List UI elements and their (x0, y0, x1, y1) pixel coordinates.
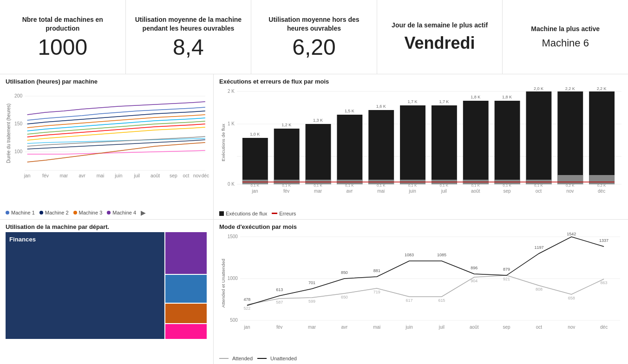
svg-text:mai: mai (377, 188, 385, 194)
treemap-dept2 (165, 232, 207, 274)
svg-text:1197: 1197 (534, 245, 543, 249)
svg-text:150: 150 (14, 121, 23, 126)
svg-text:sep: sep (170, 173, 177, 178)
svg-text:0,1 K: 0,1 K (534, 183, 543, 188)
kpi-active-machine-value: Machine 6 (542, 37, 589, 49)
bar-sep-exec (495, 101, 520, 184)
svg-text:jan: jan (243, 324, 250, 329)
kpi-active-machine-label: Machine la plus active (531, 25, 600, 33)
charts-row: Utilisation (heures) par machine 200 150… (0, 74, 628, 364)
svg-text:jan: jan (251, 188, 258, 194)
svg-text:Attended et Unattended: Attended et Unattended (221, 259, 226, 307)
kpi-avg-nonwork: Utilisation moyenne hors des heures ouvr… (251, 0, 377, 74)
treemap-dept3 (165, 275, 207, 303)
bar-mai-exec (368, 110, 394, 184)
executions-title: Exécutions et erreurs de flux par mois (219, 78, 622, 85)
treemap: Finances (6, 232, 208, 363)
svg-text:0,1 K: 0,1 K (282, 183, 291, 188)
executions-panel: Exécutions et erreurs de flux par mois 2… (214, 74, 628, 220)
kpi-row: Nbre total de machines en production 100… (0, 0, 628, 74)
legend-machine4-label: Machine 4 (112, 210, 136, 215)
svg-text:mai: mai (97, 173, 105, 178)
kpi-total-machines: Nbre total de machines en production 100… (0, 0, 126, 74)
svg-text:701: 701 (308, 280, 315, 285)
svg-text:615: 615 (438, 298, 445, 302)
kpi-active-machine: Machine la plus active Machine 6 (503, 0, 628, 74)
usage-machine-legend: Machine 1 Machine 2 Machine 3 Machine 4 (6, 207, 208, 217)
svg-text:719: 719 (373, 289, 380, 294)
usage-by-machine-chart: 200 150 100 Durée du traitement (heures) (6, 87, 208, 207)
legend-unattended-label: Unattended (270, 356, 297, 361)
svg-text:Exécutions de flux: Exécutions de flux (221, 124, 226, 161)
svg-text:déc: déc (600, 324, 608, 329)
svg-text:oct: oct (183, 173, 189, 178)
svg-text:Durée du traitement (heures): Durée du traitement (heures) (6, 104, 11, 163)
svg-text:1,5 K: 1,5 K (345, 109, 354, 113)
kpi-avg-work-value: 8,4 (173, 36, 204, 58)
svg-text:0,1 K: 0,1 K (503, 183, 511, 188)
svg-text:mai: mai (373, 324, 380, 329)
legend-next-arrow[interactable]: ▶ (141, 209, 146, 216)
legend-machine1: Machine 1 (6, 210, 35, 215)
svg-text:fév: fév (42, 173, 49, 178)
svg-text:avr: avr (346, 188, 353, 194)
bar-nov-exec (557, 91, 583, 184)
treemap-dept5 (165, 324, 207, 339)
legend-machine1-dot (6, 211, 9, 214)
svg-text:juil: juil (438, 324, 445, 329)
legend-unattended: Unattended (257, 356, 297, 361)
right-column: Exécutions et erreurs de flux par mois 2… (214, 74, 628, 364)
execution-mode-legend: Attended Unattended (219, 354, 622, 362)
kpi-avg-nonwork-label: Utilisation moyenne hors des heures ouvr… (258, 15, 370, 32)
legend-machine3: Machine 3 (73, 210, 103, 215)
svg-text:617: 617 (406, 298, 413, 302)
svg-text:896: 896 (471, 265, 478, 270)
svg-text:nov: nov (193, 173, 202, 178)
legend-exec-label: Exécutions de flux (226, 211, 267, 216)
execution-mode-panel: Mode d'exécution par mois 1500 1000 500 (214, 220, 628, 364)
bar-dec-exec (589, 91, 615, 184)
svg-text:2,2 K: 2,2 K (597, 86, 607, 91)
svg-text:522: 522 (243, 306, 250, 310)
svg-text:mar: mar (308, 324, 316, 329)
svg-text:jan: jan (24, 173, 31, 178)
svg-text:921: 921 (503, 276, 510, 281)
svg-text:1,0 K: 1,0 K (250, 132, 260, 136)
legend-machine3-label: Machine 3 (79, 210, 103, 215)
svg-text:0,2 K: 0,2 K (566, 183, 575, 188)
bar-aout-exec (463, 101, 489, 184)
svg-text:200: 200 (14, 93, 23, 98)
svg-text:1,8 K: 1,8 K (502, 95, 512, 99)
svg-text:587: 587 (276, 299, 283, 304)
svg-text:sep: sep (504, 188, 511, 194)
kpi-active-day: Jour de la semaine le plus actif Vendred… (377, 0, 503, 74)
kpi-avg-nonwork-value: 6,20 (292, 36, 335, 58)
usage-by-machine-title: Utilisation (heures) par machine (6, 78, 208, 85)
svg-text:1,6 K: 1,6 K (376, 104, 386, 109)
svg-text:juin: juin (405, 324, 413, 329)
bar-jan-exec (242, 138, 268, 184)
svg-text:0,1 K: 0,1 K (251, 183, 260, 188)
bar-avr-exec (337, 115, 362, 184)
svg-text:2,0 K: 2,0 K (534, 86, 543, 91)
executions-legend: Exécutions de flux Erreurs (219, 209, 622, 217)
svg-text:fév: fév (283, 188, 289, 194)
bar-juin-exec (400, 105, 425, 184)
bar-fev-exec (274, 129, 300, 184)
svg-text:0,1 K: 0,1 K (314, 183, 322, 188)
treemap-dept4 (165, 304, 207, 323)
treemap-finances (6, 232, 164, 339)
legend-errors: Erreurs (272, 211, 296, 216)
legend-attended-label: Attended (232, 356, 253, 361)
dashboard: Nbre total de machines en production 100… (0, 0, 628, 364)
legend-machine1-label: Machine 1 (11, 210, 35, 215)
svg-text:nov: nov (568, 324, 575, 329)
kpi-avg-work: Utilisation moyenne de la machine pendan… (126, 0, 252, 74)
machine-by-dept-panel: Utilisation de la machine par départ. Fi… (0, 220, 213, 364)
svg-text:0,1 K: 0,1 K (345, 183, 354, 188)
svg-text:0,1 K: 0,1 K (408, 183, 417, 188)
execution-mode-title: Mode d'exécution par mois (219, 223, 622, 230)
legend-machine3-dot (73, 211, 77, 214)
svg-text:658: 658 (568, 295, 575, 300)
svg-text:déc: déc (201, 173, 209, 178)
